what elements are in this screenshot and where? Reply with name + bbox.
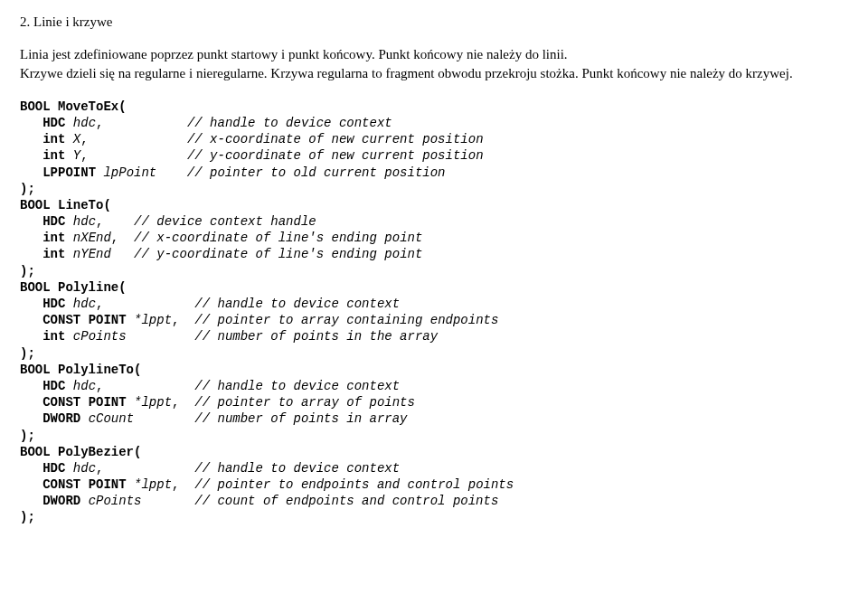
type: CONST POINT	[42, 477, 126, 492]
close: );	[20, 346, 35, 361]
var: nYEnd	[73, 247, 111, 261]
polyline-sig: BOOL Polyline(	[20, 280, 127, 295]
var: lpPoint	[103, 165, 156, 180]
type: HDC	[42, 379, 65, 393]
comment: // handle to device context	[194, 461, 400, 476]
polylineto-sig: BOOL PolylineTo(	[20, 363, 141, 377]
comment: // y-coordinate of line's ending point	[134, 247, 422, 261]
comment: // number of points in array	[194, 411, 407, 426]
comment: // x-coordinate of new current position	[187, 132, 484, 146]
comment: // device context handle	[134, 214, 316, 229]
type: HDC	[42, 461, 65, 476]
type: int	[42, 132, 65, 146]
type: int	[42, 231, 65, 245]
code-block: BOOL MoveToEx( HDC hdc, // handle to dev…	[20, 99, 848, 526]
var: hdc	[73, 214, 96, 229]
lineto-sig: BOOL LineTo(	[20, 198, 111, 212]
para-line-1: Linia jest zdefiniowane poprzez punkt st…	[20, 47, 568, 61]
var: *lppt	[134, 477, 172, 492]
type: HDC	[42, 214, 65, 229]
type: int	[42, 329, 65, 344]
type: int	[42, 148, 65, 163]
close: );	[20, 264, 35, 278]
type: DWORD	[42, 494, 80, 508]
comment: // handle to device context	[194, 379, 400, 393]
var: hdc	[73, 116, 96, 130]
type: HDC	[42, 116, 65, 130]
var: cPoints	[73, 329, 127, 344]
movetoex-sig: BOOL MoveToEx(	[20, 99, 127, 114]
var: cPoints	[89, 494, 142, 508]
comment: // pointer to array containing endpoints	[194, 313, 498, 327]
type: CONST POINT	[42, 395, 126, 410]
var: cCount	[89, 411, 134, 426]
polybezier-sig: BOOL PolyBezier(	[20, 445, 141, 459]
var: hdc	[73, 379, 96, 393]
var: hdc	[73, 297, 96, 311]
comment: // x-coordinate of line's ending point	[134, 231, 422, 245]
comment: // handle to device context	[187, 116, 392, 130]
comment: // y-coordinate of new current position	[187, 148, 484, 163]
var: nXEnd	[73, 231, 111, 245]
var: *lppt	[134, 395, 172, 410]
close: );	[20, 182, 35, 196]
comment: // pointer to endpoints and control poin…	[194, 477, 514, 492]
comment: // pointer to old current position	[187, 165, 446, 180]
type: LPPOINT	[42, 165, 96, 180]
type: DWORD	[42, 411, 80, 426]
comment: // handle to device context	[194, 297, 400, 311]
type: int	[42, 247, 65, 261]
var: *lppt	[134, 313, 172, 327]
para-line-2: Krzywe dzieli się na regularne i nieregu…	[20, 66, 793, 80]
var: Y	[73, 148, 80, 163]
type: CONST POINT	[42, 313, 126, 327]
comment: // number of points in the array	[194, 329, 438, 344]
comment: // pointer to array of points	[194, 395, 415, 410]
close: );	[20, 429, 35, 443]
var: hdc	[73, 461, 96, 476]
type: HDC	[42, 297, 65, 311]
section-title: 2. Linie i krzywe	[20, 13, 848, 31]
close: );	[20, 510, 35, 524]
intro-paragraph: Linia jest zdefiniowane poprzez punkt st…	[20, 45, 848, 82]
var: X	[73, 132, 80, 146]
comment: // count of endpoints and control points	[194, 494, 498, 508]
